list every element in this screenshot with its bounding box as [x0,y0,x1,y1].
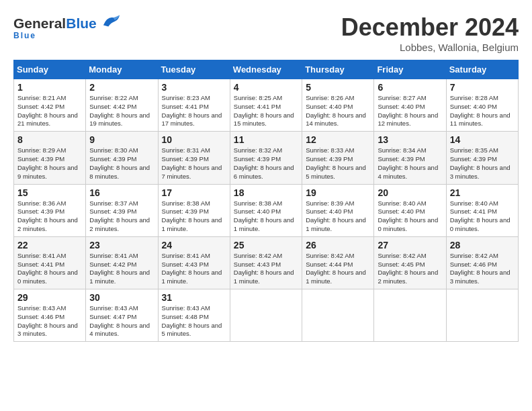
calendar-day-cell: 8Sunrise: 8:29 AMSunset: 4:39 PMDaylight… [14,132,86,184]
day-number: 27 [378,240,442,250]
day-info: Sunrise: 8:43 AMSunset: 4:46 PMDaylight:… [17,304,82,338]
month-title: December 2024 [341,13,519,42]
calendar-week-row: 8Sunrise: 8:29 AMSunset: 4:39 PMDaylight… [14,132,519,184]
day-info: Sunrise: 8:23 AMSunset: 4:41 PMDaylight:… [162,94,226,128]
calendar-day-cell: 24Sunrise: 8:41 AMSunset: 4:43 PMDayligh… [158,236,230,289]
calendar-day-header: Tuesday [158,60,230,79]
day-number: 6 [378,82,442,93]
day-number: 13 [378,134,442,145]
day-number: 3 [162,82,226,93]
calendar-week-row: 22Sunrise: 8:41 AMSunset: 4:41 PMDayligh… [14,236,519,289]
calendar-day-cell: 22Sunrise: 8:41 AMSunset: 4:41 PMDayligh… [14,236,86,289]
day-info: Sunrise: 8:43 AMSunset: 4:48 PMDaylight:… [162,304,226,338]
calendar-day-cell [446,289,518,342]
day-number: 24 [162,240,226,250]
calendar-day-header: Monday [86,60,158,79]
calendar-day-cell: 29Sunrise: 8:43 AMSunset: 4:46 PMDayligh… [14,289,86,342]
day-number: 17 [162,187,226,198]
calendar-day-cell: 20Sunrise: 8:40 AMSunset: 4:40 PMDayligh… [374,184,446,236]
calendar-day-cell: 28Sunrise: 8:42 AMSunset: 4:46 PMDayligh… [446,236,518,289]
calendar-day-cell: 21Sunrise: 8:40 AMSunset: 4:41 PMDayligh… [446,184,518,236]
day-info: Sunrise: 8:42 AMSunset: 4:44 PMDaylight:… [306,252,370,286]
day-number: 16 [89,187,154,198]
logo-subtitle: Blue [13,31,121,40]
calendar-day-cell: 26Sunrise: 8:42 AMSunset: 4:44 PMDayligh… [302,236,374,289]
day-number: 30 [89,292,154,303]
calendar-day-cell: 18Sunrise: 8:38 AMSunset: 4:40 PMDayligh… [230,184,302,236]
day-info: Sunrise: 8:26 AMSunset: 4:40 PMDaylight:… [306,94,370,128]
day-number: 15 [17,187,82,198]
calendar-day-cell [302,289,374,342]
calendar-day-cell [230,289,302,342]
day-info: Sunrise: 8:28 AMSunset: 4:40 PMDaylight:… [450,94,515,128]
calendar-day-header: Saturday [446,60,518,79]
day-info: Sunrise: 8:25 AMSunset: 4:41 PMDaylight:… [234,94,298,128]
calendar-day-cell [374,289,446,342]
day-info: Sunrise: 8:42 AMSunset: 4:43 PMDaylight:… [234,252,298,286]
day-number: 25 [234,240,298,250]
day-number: 28 [450,240,515,250]
calendar-day-cell: 25Sunrise: 8:42 AMSunset: 4:43 PMDayligh… [230,236,302,289]
day-info: Sunrise: 8:38 AMSunset: 4:40 PMDaylight:… [234,199,298,234]
day-number: 9 [89,134,154,145]
calendar-day-cell: 16Sunrise: 8:37 AMSunset: 4:39 PMDayligh… [86,184,158,236]
day-number: 8 [17,134,82,145]
day-number: 4 [234,82,298,93]
day-number: 29 [17,292,82,303]
logo-general-text: General [13,15,66,31]
day-info: Sunrise: 8:39 AMSunset: 4:40 PMDaylight:… [306,199,370,234]
calendar-day-cell: 19Sunrise: 8:39 AMSunset: 4:40 PMDayligh… [302,184,374,236]
calendar-table: SundayMondayTuesdayWednesdayThursdayFrid… [13,60,519,342]
logo-blue-text: Blue [66,15,97,31]
day-number: 20 [378,187,442,198]
day-number: 26 [306,240,370,250]
logo-bird-icon [102,13,121,28]
calendar-day-cell: 15Sunrise: 8:36 AMSunset: 4:39 PMDayligh… [14,184,86,236]
day-info: Sunrise: 8:32 AMSunset: 4:39 PMDaylight:… [234,146,298,181]
calendar-day-header: Friday [374,60,446,79]
day-number: 11 [234,134,298,145]
calendar-day-cell: 2Sunrise: 8:22 AMSunset: 4:42 PMDaylight… [86,79,158,132]
calendar-day-cell: 27Sunrise: 8:42 AMSunset: 4:45 PMDayligh… [374,236,446,289]
calendar-day-cell: 31Sunrise: 8:43 AMSunset: 4:48 PMDayligh… [158,289,230,342]
day-info: Sunrise: 8:30 AMSunset: 4:39 PMDaylight:… [89,146,154,181]
calendar-day-cell: 14Sunrise: 8:35 AMSunset: 4:39 PMDayligh… [446,132,518,184]
day-number: 5 [306,82,370,93]
day-info: Sunrise: 8:21 AMSunset: 4:42 PMDaylight:… [17,94,82,128]
calendar-day-cell: 5Sunrise: 8:26 AMSunset: 4:40 PMDaylight… [302,79,374,132]
page-header: GeneralBlue Blue December 2024 Lobbes, W… [13,13,519,53]
day-number: 1 [17,82,82,93]
calendar-week-row: 1Sunrise: 8:21 AMSunset: 4:42 PMDaylight… [14,79,519,132]
day-info: Sunrise: 8:42 AMSunset: 4:46 PMDaylight:… [450,252,515,286]
calendar-day-cell: 13Sunrise: 8:34 AMSunset: 4:39 PMDayligh… [374,132,446,184]
day-number: 10 [162,134,226,145]
calendar-day-cell: 30Sunrise: 8:43 AMSunset: 4:47 PMDayligh… [86,289,158,342]
calendar-day-cell: 10Sunrise: 8:31 AMSunset: 4:39 PMDayligh… [158,132,230,184]
calendar-day-cell: 7Sunrise: 8:28 AMSunset: 4:40 PMDaylight… [446,79,518,132]
calendar-day-header: Wednesday [230,60,302,79]
logo: GeneralBlue Blue [13,13,121,40]
day-info: Sunrise: 8:36 AMSunset: 4:39 PMDaylight:… [17,199,82,234]
day-number: 22 [17,240,82,250]
day-info: Sunrise: 8:40 AMSunset: 4:41 PMDaylight:… [450,199,515,234]
calendar-day-cell: 12Sunrise: 8:33 AMSunset: 4:39 PMDayligh… [302,132,374,184]
day-number: 18 [234,187,298,198]
calendar-day-cell: 1Sunrise: 8:21 AMSunset: 4:42 PMDaylight… [14,79,86,132]
day-info: Sunrise: 8:34 AMSunset: 4:39 PMDaylight:… [378,146,442,181]
day-info: Sunrise: 8:40 AMSunset: 4:40 PMDaylight:… [378,199,442,234]
calendar-day-header: Thursday [302,60,374,79]
calendar-day-cell: 17Sunrise: 8:38 AMSunset: 4:39 PMDayligh… [158,184,230,236]
calendar-day-header: Sunday [14,60,86,79]
day-number: 14 [450,134,515,145]
day-info: Sunrise: 8:35 AMSunset: 4:39 PMDaylight:… [450,146,515,181]
calendar-day-cell: 9Sunrise: 8:30 AMSunset: 4:39 PMDaylight… [86,132,158,184]
day-number: 23 [89,240,154,250]
calendar-day-cell: 3Sunrise: 8:23 AMSunset: 4:41 PMDaylight… [158,79,230,132]
calendar-day-cell: 6Sunrise: 8:27 AMSunset: 4:40 PMDaylight… [374,79,446,132]
day-number: 12 [306,134,370,145]
calendar-day-cell: 11Sunrise: 8:32 AMSunset: 4:39 PMDayligh… [230,132,302,184]
day-info: Sunrise: 8:41 AMSunset: 4:42 PMDaylight:… [89,252,154,286]
day-info: Sunrise: 8:29 AMSunset: 4:39 PMDaylight:… [17,146,82,181]
day-info: Sunrise: 8:38 AMSunset: 4:39 PMDaylight:… [162,199,226,234]
day-info: Sunrise: 8:43 AMSunset: 4:47 PMDaylight:… [89,304,154,338]
